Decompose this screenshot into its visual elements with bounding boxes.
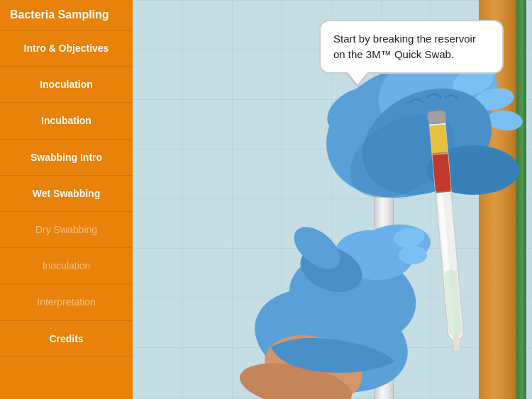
lower-hand <box>236 219 432 399</box>
sidebar-item-wet-swabbing[interactable]: Wet Swabbing <box>0 176 133 212</box>
svg-rect-27 <box>427 110 446 124</box>
sidebar-item-dry-swabbing: Dry Swabbing <box>0 212 133 248</box>
sidebar-item-swabbing-intro[interactable]: Swabbing Intro <box>0 140 133 176</box>
sidebar-item-credits[interactable]: Credits <box>0 321 133 357</box>
speech-bubble: Start by breaking the reservoir on the 3… <box>319 20 504 74</box>
sidebar-item-interpretation: Interpretation <box>0 284 133 320</box>
sidebar-item-inoculation-2: Inoculation <box>0 248 133 284</box>
svg-rect-23 <box>430 124 448 155</box>
sidebar: Bacteria Sampling Intro & Objectives Ino… <box>0 0 133 399</box>
svg-point-16 <box>399 246 427 264</box>
sidebar-item-inoculation-1[interactable]: Inoculation <box>0 67 133 103</box>
sidebar-item-intro-objectives[interactable]: Intro & Objectives <box>0 30 133 67</box>
main-content: Start by breaking the reservoir on the 3… <box>133 0 532 399</box>
speech-bubble-text: Start by breaking the reservoir on the 3… <box>333 33 476 60</box>
svg-point-5 <box>487 109 523 132</box>
sidebar-item-incubation[interactable]: Incubation <box>0 103 133 139</box>
sidebar-title: Bacteria Sampling <box>0 0 133 30</box>
